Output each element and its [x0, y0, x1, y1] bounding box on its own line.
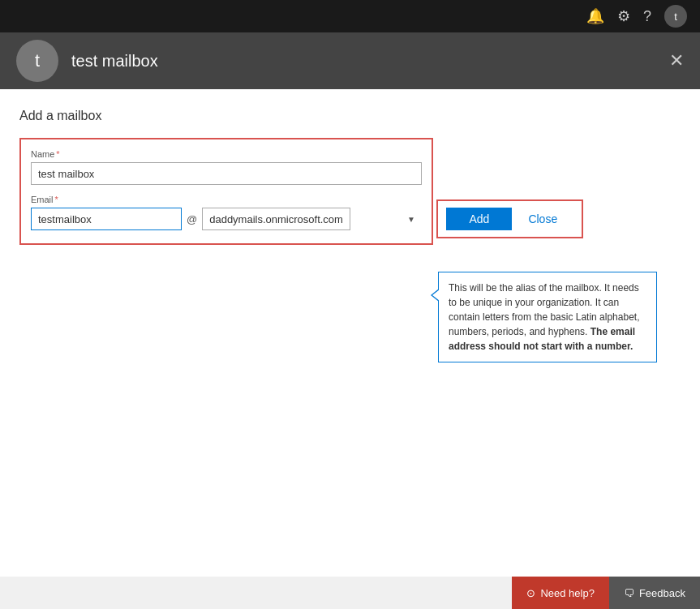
top-nav: 🔔 ⚙ ? t: [0, 0, 700, 32]
buttons-box: Add Close: [436, 199, 583, 238]
feedback-button[interactable]: 🗨 Feedback: [609, 577, 700, 609]
need-help-button[interactable]: ⊙ Need help?: [512, 577, 609, 609]
bottom-bar: ⊙ Need help? 🗨 Feedback: [512, 577, 700, 609]
name-input[interactable]: [31, 162, 422, 185]
avatar-large: t: [16, 40, 58, 82]
main-content: Add a mailbox Name* Email* @ daddymails.…: [0, 89, 700, 577]
name-label: Name*: [31, 149, 422, 159]
email-row: @ daddymails.onmicrosoft.com: [31, 208, 422, 230]
bell-icon[interactable]: 🔔: [586, 7, 604, 25]
domain-select[interactable]: daddymails.onmicrosoft.com: [202, 208, 350, 230]
help-icon[interactable]: ?: [643, 8, 651, 25]
modal-title: test mailbox: [71, 52, 684, 71]
section-title: Add a mailbox: [19, 109, 681, 123]
need-help-icon: ⊙: [526, 587, 535, 599]
close-modal-button[interactable]: ✕: [669, 52, 684, 70]
email-label: Email*: [31, 195, 422, 204]
add-button[interactable]: Add: [446, 208, 512, 230]
avatar-small[interactable]: t: [664, 5, 687, 28]
gear-icon[interactable]: ⚙: [617, 7, 630, 25]
feedback-icon: 🗨: [624, 587, 634, 599]
name-required-star: *: [56, 149, 59, 159]
email-field-group: Email* @ daddymails.onmicrosoft.com: [31, 195, 422, 230]
need-help-label: Need help?: [540, 587, 595, 599]
domain-select-wrapper: daddymails.onmicrosoft.com: [202, 208, 422, 230]
close-button[interactable]: Close: [512, 208, 573, 230]
modal-header: t test mailbox ✕: [0, 32, 700, 89]
form-box: Name* Email* @ daddymails.onmicrosoft.co…: [19, 138, 433, 245]
callout-box: This will be the alias of the mailbox. I…: [438, 272, 657, 362]
feedback-label: Feedback: [639, 587, 685, 599]
email-local-input[interactable]: [31, 208, 182, 230]
name-field-group: Name*: [31, 149, 422, 185]
email-required-star: *: [55, 195, 58, 204]
at-symbol: @: [185, 213, 199, 225]
